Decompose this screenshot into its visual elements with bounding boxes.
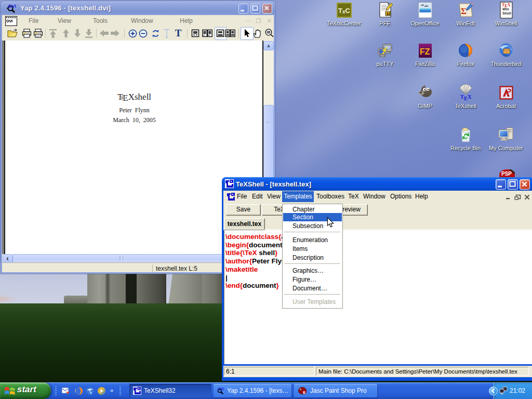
svg-text:Shell: Shell <box>502 11 511 15</box>
svg-text:DVI: DVI <box>8 4 16 9</box>
svg-text:8: 8 <box>303 390 305 395</box>
svg-text:32: 32 <box>386 12 390 16</box>
svg-text:FZ: FZ <box>420 47 430 56</box>
svg-text:DVI: DVI <box>218 387 224 391</box>
svg-text:TEX: TEX <box>460 94 472 101</box>
svg-text:Win: Win <box>502 7 509 11</box>
svg-text:Σ: Σ <box>461 6 467 16</box>
